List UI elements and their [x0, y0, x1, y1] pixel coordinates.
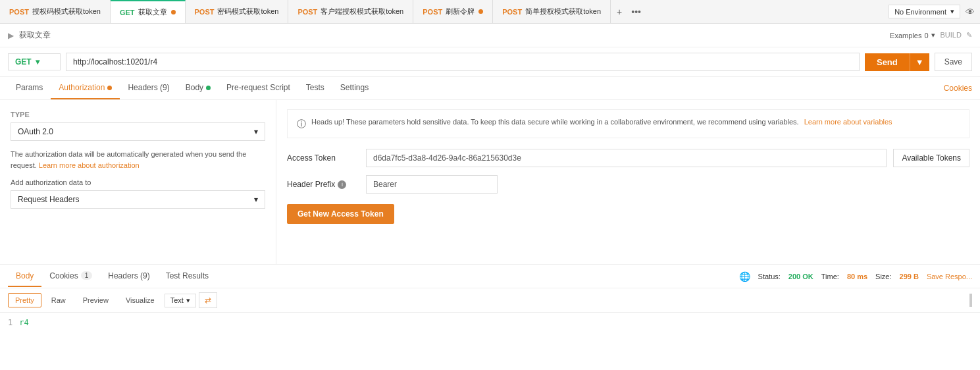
main-content: TYPE OAuth 2.0 ▾ The authorization data … [0, 100, 980, 265]
env-selector: No Environment ▾ 👁 [889, 5, 980, 18]
bottom-panel: Body Cookies 1 Headers (9) Test Results … [0, 265, 980, 339]
code-area: 1r4 [0, 313, 980, 339]
type-value: OAuth 2.0 [18, 127, 53, 136]
tab-tests-label: Tests [306, 83, 324, 92]
tab-post-4[interactable]: POST 客户端授权模式获取token [288, 0, 413, 23]
collapse-arrow-icon[interactable]: ▶ [8, 31, 14, 40]
info-icon[interactable]: i [338, 180, 346, 189]
header-prefix-input[interactable] [366, 175, 498, 194]
examples-caret-icon: ▾ [931, 31, 935, 40]
bottom-tab-headers-label: Headers (9) [108, 271, 149, 280]
tab-method-4: POST [297, 8, 317, 16]
auth-description-link[interactable]: Learn more about authorization [39, 161, 140, 169]
bottom-tab-headers[interactable]: Headers (9) [100, 266, 157, 287]
bottom-tab-body-label: Body [16, 271, 34, 280]
more-tabs-button[interactable]: ••• [628, 5, 644, 18]
breadcrumb: 获取文章 [19, 30, 885, 41]
get-new-access-token-button[interactable]: Get New Access Token [287, 204, 394, 224]
bottom-tab-test-results[interactable]: Test Results [158, 266, 217, 287]
tab-prerequest[interactable]: Pre-request Script [219, 77, 298, 99]
tab-actions: + ••• [613, 5, 644, 18]
line-number-1: 1 [8, 318, 13, 327]
tab-prerequest-label: Pre-request Script [226, 83, 290, 92]
tab-headers-label: Headers (9) [128, 83, 169, 92]
size-value: 299 B [900, 273, 919, 280]
alert-icon: ⓘ [297, 117, 306, 131]
url-input[interactable] [66, 53, 860, 71]
build-button[interactable]: BUILD ✎ [941, 31, 972, 40]
tab-body-label: Body [186, 83, 203, 92]
header-prefix-row: Header Prefix i [287, 175, 969, 194]
tab-post-1[interactable]: POST 授权码模式获取token [0, 0, 111, 23]
save-button[interactable]: Save [935, 53, 972, 71]
right-panel: ⓘ Heads up! These parameters hold sensit… [276, 100, 980, 264]
tab-method-3: POST [195, 8, 215, 16]
eye-button[interactable]: 👁 [966, 7, 975, 17]
resp-tab-raw[interactable]: Raw [44, 293, 73, 307]
alert-link[interactable]: Learn more about variables [804, 117, 892, 128]
available-tokens-button[interactable]: Available Tokens [893, 149, 969, 167]
request-headers-select[interactable]: Request Headers ▾ [11, 190, 265, 209]
tab-body[interactable]: Body [178, 77, 219, 99]
examples-button[interactable]: Examples 0 ▾ [890, 31, 935, 40]
tab-dot-5 [478, 9, 483, 14]
type-caret-icon: ▾ [254, 127, 258, 136]
resp-tab-pretty[interactable]: Pretty [8, 293, 41, 307]
resp-tab-preview[interactable]: Preview [76, 293, 116, 307]
access-token-input[interactable] [366, 149, 887, 167]
tab-method-5: POST [423, 8, 442, 16]
tab-post-3[interactable]: POST 密码模式获取token [186, 0, 289, 23]
time-label: Time: [821, 273, 839, 280]
request-header: ▶ 获取文章 Examples 0 ▾ BUILD ✎ [0, 24, 980, 47]
alert-text: Heads up! These parameters hold sensitiv… [311, 117, 799, 128]
url-bar: GET ▾ Send ▼ Save [0, 47, 980, 77]
scrollbar-handle[interactable] [969, 294, 972, 307]
size-label: Size: [875, 273, 891, 280]
tab-tests[interactable]: Tests [298, 77, 332, 99]
tab-label-4: 客户端授权模式获取token [321, 7, 403, 16]
examples-count: 0 [924, 32, 928, 40]
build-icon: ✎ [966, 31, 972, 39]
tab-settings[interactable]: Settings [332, 77, 376, 99]
format-label: Text [170, 296, 184, 304]
env-dropdown[interactable]: No Environment ▾ [889, 5, 960, 18]
code-value-1: r4 [19, 318, 28, 327]
tab-label-5: 刷新令牌 [446, 7, 475, 16]
tab-method-2: GET [120, 9, 135, 16]
bottom-tab-cookies[interactable]: Cookies 1 [41, 266, 100, 287]
tab-dot-2 [171, 10, 176, 14]
tab-settings-label: Settings [340, 83, 369, 92]
tab-post-6[interactable]: POST 简单授权模式获取token [493, 0, 611, 23]
bottom-tab-body[interactable]: Body [8, 266, 41, 287]
examples-label: Examples [890, 32, 921, 40]
method-select[interactable]: GET ▾ [8, 53, 61, 70]
tab-get-2[interactable]: GET 获取文章 [111, 0, 186, 23]
header-prefix-label-text: Header Prefix [287, 180, 335, 189]
tab-authorization[interactable]: Authorization [51, 77, 120, 99]
resp-tab-visualize[interactable]: Visualize [118, 293, 162, 307]
tab-headers[interactable]: Headers (9) [120, 77, 177, 99]
tab-label-1: 授权码模式获取token [32, 7, 101, 16]
save-response-button[interactable]: Save Respo... [927, 273, 972, 280]
type-label: TYPE [11, 111, 265, 119]
cookies-badge: 1 [81, 271, 93, 280]
send-label: Send [865, 53, 910, 71]
tab-params-label: Params [16, 83, 43, 92]
add-tab-button[interactable]: + [613, 5, 625, 18]
method-value: GET [15, 57, 32, 66]
status-label: Status: [758, 273, 781, 280]
tab-post-5[interactable]: POST 刷新令牌 [413, 0, 493, 23]
send-button[interactable]: Send ▼ [865, 53, 929, 71]
type-select[interactable]: OAuth 2.0 ▾ [11, 122, 265, 141]
send-caret-icon[interactable]: ▼ [910, 53, 929, 71]
sub-tabs: Params Authorization Headers (9) Body Pr… [0, 77, 980, 100]
header-prefix-label: Header Prefix i [287, 180, 359, 189]
alert-box: ⓘ Heads up! These parameters hold sensit… [287, 109, 969, 138]
cookie-link[interactable]: Cookies [944, 84, 972, 93]
tab-params[interactable]: Params [8, 77, 51, 99]
wrap-button[interactable]: ⇄ [199, 292, 217, 308]
format-select[interactable]: Text ▾ [165, 294, 196, 307]
add-auth-label: Add authorization data to [11, 178, 265, 186]
access-token-label: Access Token [287, 153, 359, 163]
tab-method-6: POST [502, 8, 522, 16]
